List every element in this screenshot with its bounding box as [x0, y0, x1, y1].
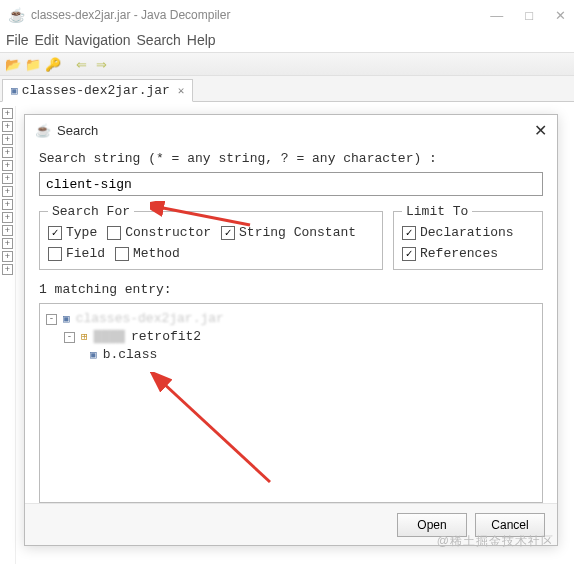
titlebar: ☕ classes-dex2jar.jar - Java Decompiler …: [0, 0, 574, 30]
menu-navigation[interactable]: Navigation: [64, 32, 130, 48]
match-count-label: 1 matching entry:: [39, 282, 543, 297]
search-for-legend: Search For: [48, 204, 134, 219]
menu-file[interactable]: File: [6, 32, 29, 48]
package-icon: ⊞: [81, 328, 88, 346]
field-checkbox[interactable]: Field: [48, 246, 105, 261]
forward-icon[interactable]: ⇒: [92, 55, 110, 73]
tree-expand-icon[interactable]: +: [2, 186, 13, 197]
search-prompt: Search string (* = any string, ? = any c…: [39, 151, 543, 166]
window-buttons: — □ ✕: [490, 8, 566, 23]
result-class-label: b.class: [103, 346, 158, 364]
tree-expand-icon[interactable]: +: [2, 108, 13, 119]
jar-icon: ▣: [11, 84, 18, 97]
results-tree[interactable]: - ▣ classes-dex2jar.jar - ⊞ ▇▇▇▇ retrofi…: [39, 303, 543, 503]
tree-expand-icon[interactable]: +: [2, 173, 13, 184]
window-title: classes-dex2jar.jar - Java Decompiler: [31, 8, 230, 22]
dialog-icon: ☕: [35, 123, 51, 138]
package-tree-gutter: + + + + + + + + + + + + +: [0, 106, 16, 564]
tree-expand-icon[interactable]: +: [2, 251, 13, 262]
minimize-button[interactable]: —: [490, 8, 503, 23]
tree-expand-icon[interactable]: +: [2, 225, 13, 236]
search-for-group: Search For ✓Type Constructor ✓String Con…: [39, 204, 383, 270]
key-icon[interactable]: 🔑: [44, 55, 62, 73]
class-icon: ▣: [90, 346, 97, 364]
references-checkbox[interactable]: ✓References: [402, 246, 498, 261]
tree-expand-icon[interactable]: +: [2, 212, 13, 223]
watermark: @稀土掘金技术社区: [437, 533, 554, 550]
tree-expand-icon[interactable]: +: [2, 147, 13, 158]
tree-row[interactable]: - ▣ classes-dex2jar.jar: [46, 310, 536, 328]
tree-row[interactable]: - ⊞ ▇▇▇▇ retrofit2: [46, 328, 536, 346]
result-package-label: retrofit2: [131, 328, 201, 346]
tree-expand-icon[interactable]: +: [2, 160, 13, 171]
tree-collapse-icon[interactable]: -: [46, 314, 57, 325]
tree-expand-icon[interactable]: +: [2, 264, 13, 275]
result-root-label: classes-dex2jar.jar: [76, 310, 224, 328]
type-checkbox[interactable]: ✓Type: [48, 225, 97, 240]
menu-help[interactable]: Help: [187, 32, 216, 48]
tree-expand-icon[interactable]: +: [2, 238, 13, 249]
string-constant-checkbox[interactable]: ✓String Constant: [221, 225, 356, 240]
maximize-button[interactable]: □: [525, 8, 533, 23]
close-button[interactable]: ✕: [555, 8, 566, 23]
dialog-close-icon[interactable]: ✕: [534, 121, 547, 140]
toolbar: 📂 📁 🔑 ⇐ ⇒: [0, 52, 574, 76]
menu-edit[interactable]: Edit: [34, 32, 58, 48]
limit-to-group: Limit To ✓Declarations ✓References: [393, 204, 543, 270]
constructor-checkbox[interactable]: Constructor: [107, 225, 211, 240]
menubar: File Edit Navigation Search Help: [0, 30, 574, 52]
tree-expand-icon[interactable]: +: [2, 121, 13, 132]
app-icon: ☕: [8, 7, 25, 23]
save-icon[interactable]: 📁: [24, 55, 42, 73]
back-icon[interactable]: ⇐: [72, 55, 90, 73]
search-input[interactable]: [39, 172, 543, 196]
tab-classes-dex2jar[interactable]: ▣ classes-dex2jar.jar ✕: [2, 79, 193, 102]
tree-collapse-icon[interactable]: -: [64, 332, 75, 343]
limit-to-legend: Limit To: [402, 204, 472, 219]
tree-row[interactable]: ▣ b.class: [46, 346, 536, 364]
jar-icon: ▣: [63, 310, 70, 328]
declarations-checkbox[interactable]: ✓Declarations: [402, 225, 514, 240]
tabbar: ▣ classes-dex2jar.jar ✕: [0, 76, 574, 102]
tab-close-icon[interactable]: ✕: [178, 84, 185, 97]
dialog-title: Search: [57, 123, 98, 138]
method-checkbox[interactable]: Method: [115, 246, 180, 261]
dialog-body: Search string (* = any string, ? = any c…: [25, 145, 557, 503]
tree-expand-icon[interactable]: +: [2, 134, 13, 145]
tree-expand-icon[interactable]: +: [2, 199, 13, 210]
menu-search[interactable]: Search: [137, 32, 181, 48]
dialog-titlebar: ☕ Search ✕: [25, 115, 557, 145]
search-dialog: ☕ Search ✕ Search string (* = any string…: [24, 114, 558, 546]
open-icon[interactable]: 📂: [4, 55, 22, 73]
tab-label: classes-dex2jar.jar: [22, 83, 170, 98]
